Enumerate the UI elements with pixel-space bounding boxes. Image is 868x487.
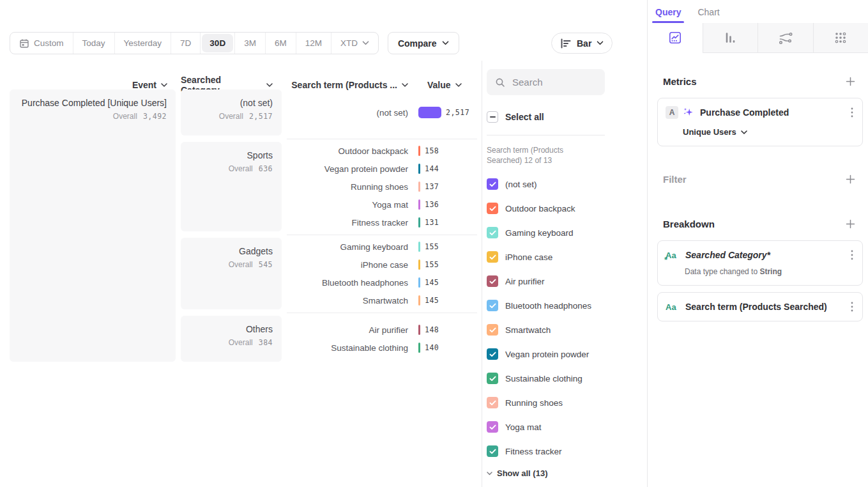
table-row[interactable]: Running shoes137 <box>287 178 477 196</box>
value-bar <box>418 182 420 192</box>
event-name: Purchase Completed [Unique Users] <box>22 98 167 108</box>
checkbox-checked[interactable] <box>487 348 498 360</box>
show-all-button[interactable]: Show all (13) <box>487 468 547 478</box>
value-cell: 158 <box>418 146 477 156</box>
filter-items-list: (not set)Outdoor backpackGaming keyboard… <box>487 172 634 463</box>
overall-value: 2,517 <box>249 112 273 121</box>
checkbox-checked[interactable] <box>487 421 498 433</box>
tab-retention-report[interactable] <box>813 23 868 53</box>
tab-insights-report[interactable] <box>648 23 703 53</box>
checkbox-checked[interactable] <box>487 178 498 190</box>
category-cell-not-set[interactable]: (not set)Overall2,517 <box>181 89 282 135</box>
add-metric-button[interactable] <box>846 77 855 86</box>
table-row[interactable]: Smartwatch145 <box>287 291 477 309</box>
chevron-down-icon <box>362 41 369 45</box>
date-range-today[interactable]: Today <box>73 33 115 54</box>
checkbox-checked[interactable] <box>487 445 498 457</box>
filter-item-iphone-case[interactable]: iPhone case <box>487 245 634 269</box>
search-term-label: iPhone case <box>287 260 408 270</box>
compare-button[interactable]: Compare <box>388 32 459 54</box>
select-all-label: Select all <box>505 112 544 122</box>
select-all-row[interactable]: Select all <box>487 111 544 123</box>
term-rows: Air purifier148Sustainable clothing140 <box>287 316 477 362</box>
modified-asterisk-icon: * <box>664 255 667 265</box>
category-cell-others[interactable]: OthersOverall384 <box>181 316 282 362</box>
date-range-control: CustomTodayYesterday7D30D3M6M12MXTD <box>10 32 379 54</box>
filter-group-label: Search term (Products Searched) 12 of 13 <box>487 145 598 166</box>
metric-card[interactable]: A Purchase Completed Unique Users <box>657 98 863 146</box>
table-row[interactable]: Sustainable clothing140 <box>287 339 477 357</box>
retention-dots-icon <box>834 31 847 44</box>
date-range-12m[interactable]: 12M <box>296 33 331 54</box>
filter-item-sustainable-clothing[interactable]: Sustainable clothing <box>487 366 634 390</box>
filter-item-fitness-tracker[interactable]: Fitness tracker <box>487 439 634 463</box>
value-bar <box>418 164 420 174</box>
checkbox-checked[interactable] <box>487 300 498 311</box>
breakdown-card-searched-category[interactable]: Aa* Searched Category* Data type changed… <box>657 240 863 286</box>
value-bar <box>418 325 420 335</box>
value-cell: 2,517 <box>418 107 477 118</box>
table-row[interactable]: iPhone case155 <box>287 256 477 274</box>
date-range-xtd[interactable]: XTD <box>331 33 378 54</box>
metric-aggregation-selector[interactable]: Unique Users <box>683 127 855 137</box>
kebab-menu-icon[interactable] <box>849 106 855 119</box>
category-name: Sports <box>247 150 273 160</box>
breakdown-heading: Breakdown <box>663 219 715 229</box>
metric-event-name: Purchase Completed <box>700 107 845 118</box>
filter-item-gaming-keyboard[interactable]: Gaming keyboard <box>487 220 634 245</box>
table-row[interactable]: Fitness tracker131 <box>287 213 477 231</box>
value-bar <box>418 217 420 228</box>
table-row[interactable]: Air purifier148 <box>287 321 477 339</box>
checkbox-checked[interactable] <box>487 397 498 408</box>
search-input[interactable] <box>511 76 594 88</box>
date-range-30d[interactable]: 30D <box>202 34 233 52</box>
filter-item-yoga-mat[interactable]: Yoga mat <box>487 415 634 439</box>
date-range-6m[interactable]: 6M <box>266 33 296 54</box>
search-box[interactable] <box>487 69 605 95</box>
filter-item-smartwatch[interactable]: Smartwatch <box>487 318 634 342</box>
checkbox-checked[interactable] <box>487 275 498 287</box>
table-row[interactable]: Gaming keyboard155 <box>287 238 477 256</box>
date-range-label: 6M <box>275 38 287 48</box>
filter-item-outdoor-backpack[interactable]: Outdoor backpack <box>487 196 634 220</box>
checkbox-checked[interactable] <box>487 373 498 384</box>
table-row[interactable]: Outdoor backpack158 <box>287 142 477 160</box>
date-range-yesterday[interactable]: Yesterday <box>115 33 172 54</box>
kebab-menu-icon[interactable] <box>849 249 855 261</box>
date-range-7d[interactable]: 7D <box>171 33 201 54</box>
value-bar <box>418 107 441 118</box>
filter-item-running-shoes[interactable]: Running shoes <box>487 390 634 415</box>
checkbox-checked[interactable] <box>487 227 498 238</box>
tab-funnels-report[interactable] <box>703 23 758 53</box>
date-range-3m[interactable]: 3M <box>234 33 266 54</box>
filter-item-bluetooth-headphones[interactable]: Bluetooth headphones <box>487 293 634 318</box>
add-breakdown-button[interactable] <box>846 219 855 229</box>
table-row[interactable]: Yoga mat136 <box>287 196 477 213</box>
checkbox-checked[interactable] <box>487 251 498 263</box>
add-filter-button[interactable] <box>846 174 855 184</box>
chevron-down-icon <box>741 130 747 134</box>
breakdown-table: Purchase Completed [Unique Users] Overal… <box>10 89 477 362</box>
category-cell-sports[interactable]: SportsOverall636 <box>181 142 282 231</box>
category-cell-gadgets[interactable]: GadgetsOverall545 <box>181 238 282 309</box>
filter-item-not-set[interactable]: (not set) <box>487 172 634 196</box>
table-row[interactable]: Bluetooth headphones145 <box>287 274 477 291</box>
select-all-checkbox[interactable] <box>487 111 498 123</box>
filter-item-label: Running shoes <box>505 398 563 408</box>
date-range-custom[interactable]: Custom <box>10 33 73 54</box>
filter-item-air-purifier[interactable]: Air purifier <box>487 269 634 293</box>
kebab-menu-icon[interactable] <box>849 300 855 313</box>
overall-label: Overall <box>219 112 243 121</box>
tab-flows-report[interactable] <box>758 23 813 53</box>
tab-query[interactable]: Query <box>655 7 681 23</box>
chevron-down-icon <box>402 83 408 87</box>
table-row[interactable]: Vegan protein powder144 <box>287 160 477 178</box>
filter-item-vegan-protein-powder[interactable]: Vegan protein powder <box>487 342 634 366</box>
event-cell[interactable]: Purchase Completed [Unique Users] Overal… <box>10 89 176 362</box>
checkbox-checked[interactable] <box>487 203 498 214</box>
tab-chart[interactable]: Chart <box>697 7 719 23</box>
table-row[interactable]: (not set)2,517 <box>287 104 477 121</box>
breakdown-card-search-term[interactable]: Aa Search term (Products Searched) <box>657 292 863 321</box>
checkbox-checked[interactable] <box>487 324 498 336</box>
value-label: 145 <box>425 278 439 287</box>
